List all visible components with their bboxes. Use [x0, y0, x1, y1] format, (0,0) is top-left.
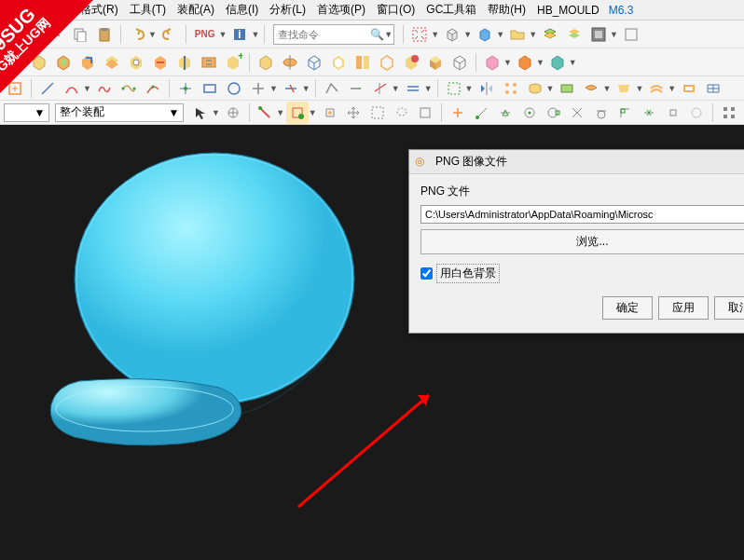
asm-lasso-icon[interactable]	[391, 102, 413, 124]
box-sel-icon[interactable]	[443, 77, 465, 100]
menu-assembly[interactable]: 装配(A)	[172, 0, 220, 20]
snap-pt-icon[interactable]	[447, 102, 469, 124]
white-bg-label[interactable]: 用白色背景	[436, 264, 500, 283]
dropdown-arrow-icon[interactable]: ▼	[276, 108, 284, 117]
revolve-icon[interactable]	[279, 51, 301, 74]
dropdown-arrow-icon[interactable]: ▼	[668, 84, 676, 93]
fit-view-icon[interactable]	[408, 23, 431, 46]
menu-info[interactable]: 信息(I)	[220, 0, 264, 20]
snap-int-icon[interactable]	[566, 102, 588, 124]
asm-cursor-icon[interactable]	[189, 102, 212, 124]
search-input[interactable]	[274, 29, 367, 40]
dropdown-arrow-icon[interactable]: ▼	[546, 84, 555, 93]
file-path-input[interactable]	[420, 205, 744, 224]
menu-prefs[interactable]: 首选项(P)	[311, 0, 371, 20]
snap-quad-icon[interactable]	[543, 102, 565, 124]
split-icon[interactable]	[351, 51, 374, 74]
dropdown-arrow-icon[interactable]: ▼	[212, 108, 220, 117]
search-icon[interactable]: 🔍	[367, 28, 386, 41]
circle-icon[interactable]	[223, 77, 245, 100]
clip-icon[interactable]	[587, 23, 610, 46]
asm-constraint-icon[interactable]	[319, 102, 341, 124]
feature2-icon[interactable]	[52, 51, 75, 74]
rect-icon[interactable]	[199, 77, 221, 100]
snap-end-icon[interactable]	[471, 102, 493, 124]
dropdown-arrow-icon[interactable]: ▼	[219, 30, 227, 39]
save-icon[interactable]	[4, 23, 26, 46]
menu-tools[interactable]: 工具(T)	[124, 0, 172, 20]
browse-button[interactable]: 浏览...	[420, 229, 744, 254]
command-search[interactable]: 🔍 ▼	[273, 24, 394, 45]
box-teal-icon[interactable]	[546, 51, 569, 74]
dropdown-arrow-icon[interactable]: ▼	[463, 30, 472, 39]
redo-icon[interactable]	[158, 23, 181, 46]
snap-near-icon[interactable]	[638, 102, 660, 124]
feature8-icon[interactable]	[198, 51, 220, 74]
dropdown-arrow-icon[interactable]: ▼	[26, 30, 34, 39]
asm-move-icon[interactable]	[342, 102, 365, 124]
curve-icon[interactable]	[321, 77, 343, 100]
dropdown-arrow-icon[interactable]: ▼	[424, 84, 433, 93]
cut-icon[interactable]: ✂	[45, 23, 67, 46]
spline2-icon[interactable]	[117, 77, 140, 100]
snap-mid-icon[interactable]	[494, 102, 517, 124]
dropdown-arrow-icon[interactable]: ▼	[392, 84, 400, 93]
undo-icon[interactable]	[126, 23, 148, 46]
line-icon[interactable]	[36, 77, 59, 100]
plus-icon[interactable]	[247, 77, 269, 100]
dropdown-arrow-icon[interactable]: ▼	[384, 30, 393, 39]
dropdown-arrow-icon[interactable]: ▼	[536, 58, 544, 67]
arc-icon[interactable]	[61, 77, 83, 100]
extend-icon[interactable]	[345, 77, 367, 100]
png-export-icon[interactable]: PNG	[191, 23, 219, 46]
mirror-icon[interactable]	[475, 77, 498, 100]
wireframe-icon[interactable]	[303, 51, 325, 74]
snap-tan-icon[interactable]	[590, 102, 613, 124]
asm-misc-icon[interactable]	[414, 102, 436, 124]
asm-pick-icon[interactable]	[255, 102, 277, 124]
snap-ctr-icon[interactable]	[518, 102, 541, 124]
menu-gctoolbox[interactable]: GC工具箱	[420, 0, 482, 20]
dropdown-arrow-icon[interactable]: ▼	[602, 84, 611, 93]
surf3-icon[interactable]	[580, 77, 602, 100]
pattern-icon[interactable]	[500, 77, 522, 100]
snap-perp-icon[interactable]	[614, 102, 637, 124]
layer2-icon[interactable]	[563, 23, 586, 46]
spline-icon[interactable]	[93, 77, 116, 100]
layer-icon[interactable]	[539, 23, 561, 46]
dropdown-arrow-icon[interactable]: ▼	[309, 108, 317, 117]
white-bg-checkbox[interactable]	[420, 267, 433, 280]
dropdown-arrow-icon[interactable]: ▼	[529, 30, 537, 39]
grid-icon[interactable]	[718, 102, 740, 124]
dropdown-arrow-icon[interactable]: ▼	[569, 58, 577, 67]
dialog-titlebar[interactable]: ◎ PNG 图像文件 ✕	[409, 150, 744, 174]
feature5-icon[interactable]	[125, 51, 147, 74]
snap-node-icon[interactable]	[662, 102, 684, 124]
feature3-icon[interactable]	[76, 51, 99, 74]
surf2-icon[interactable]	[556, 77, 578, 100]
dropdown-arrow-icon[interactable]: ▼	[302, 84, 310, 93]
extrude-icon[interactable]	[28, 51, 50, 74]
wireframe2-icon[interactable]	[448, 51, 471, 74]
box-orange-icon[interactable]	[514, 51, 536, 74]
menu-analysis[interactable]: 分析(L)	[264, 0, 311, 20]
tool-icon[interactable]	[620, 23, 642, 46]
trim2-icon[interactable]	[369, 77, 392, 100]
filter-dropdown[interactable]: ▼	[4, 103, 49, 122]
feature-add-icon[interactable]: +	[222, 51, 244, 74]
surf4-icon[interactable]	[613, 77, 635, 100]
dropdown-arrow-icon[interactable]: ▼	[83, 84, 91, 93]
surf6-icon[interactable]	[678, 77, 700, 100]
dropdown-arrow-icon[interactable]: ▼	[496, 30, 504, 39]
dropdown-arrow-icon[interactable]: ▼	[635, 84, 643, 93]
dropdown-arrow-icon[interactable]: ▼	[465, 84, 474, 93]
box-blue-icon[interactable]	[474, 23, 496, 46]
folder-icon[interactable]	[506, 23, 529, 46]
apply-button[interactable]: 应用	[658, 296, 709, 320]
trim-icon[interactable]	[280, 77, 302, 100]
copy-icon[interactable]	[69, 23, 91, 46]
dropdown-arrow-icon[interactable]: ▼	[431, 30, 439, 39]
feature6-icon[interactable]	[149, 51, 172, 74]
shell-icon[interactable]	[327, 51, 350, 74]
feature-e-icon[interactable]	[400, 51, 422, 74]
